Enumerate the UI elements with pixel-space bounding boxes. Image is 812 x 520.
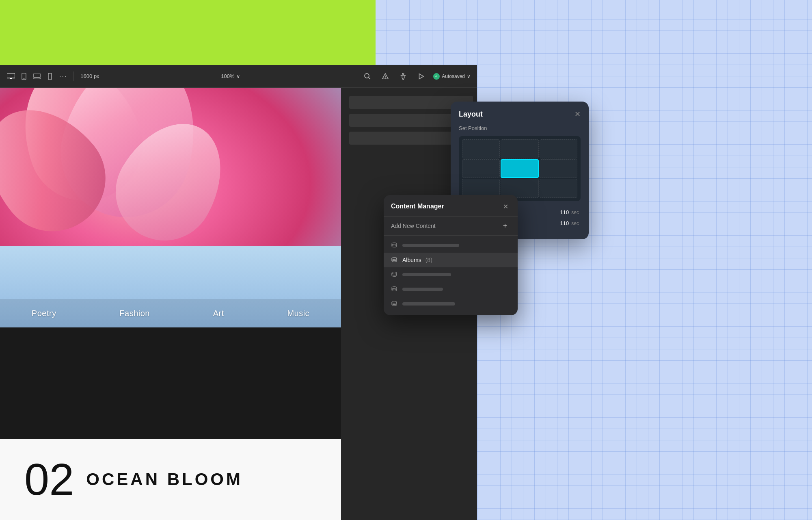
- database-icon: [391, 300, 398, 308]
- autosaved-checkmark: ✓: [433, 73, 440, 80]
- database-icon: [391, 242, 398, 249]
- toolbar-actions: ✓ Autosaved ∨: [362, 71, 471, 82]
- nav-fashion[interactable]: Fashion: [119, 309, 150, 318]
- content-item-bar: [402, 273, 451, 276]
- content-manager-panel: Content Manager ✕ Add New Content +: [384, 195, 518, 315]
- preview-button[interactable]: [415, 71, 427, 82]
- layout-header: Layout ✕: [459, 110, 581, 119]
- grid-cell-top-center[interactable]: [501, 139, 538, 158]
- set-position-label: Set Position: [459, 125, 581, 131]
- nav-music[interactable]: Music: [287, 309, 309, 318]
- database-icon: [391, 256, 398, 264]
- autosaved-badge[interactable]: ✓ Autosaved ∨: [433, 73, 471, 80]
- nav-poetry[interactable]: Poetry: [32, 309, 56, 318]
- offset-value-group-2: 110 sec: [560, 220, 579, 226]
- list-item[interactable]: [384, 282, 518, 297]
- grid-cell-top-right[interactable]: [540, 139, 577, 158]
- mobile-view-button[interactable]: [45, 73, 54, 80]
- offset-unit-1: sec: [571, 210, 579, 215]
- nav-art[interactable]: Art: [213, 309, 224, 318]
- svg-point-12: [402, 73, 404, 74]
- grid-cell-mid-right[interactable]: [540, 159, 577, 178]
- content-manager-close-button[interactable]: ✕: [501, 202, 510, 211]
- layout-close-button[interactable]: ✕: [574, 110, 581, 119]
- add-new-label: Add New Content: [391, 223, 436, 229]
- svg-rect-0: [7, 73, 15, 78]
- offset-value-1: 110: [560, 209, 569, 215]
- desktop-view-button[interactable]: [6, 73, 15, 80]
- offset-value-group-1: 110 sec: [560, 209, 579, 215]
- albums-count: (8): [425, 257, 432, 263]
- svg-point-18: [392, 301, 397, 303]
- svg-rect-2: [9, 79, 13, 79]
- albums-label: Albums: [402, 257, 421, 263]
- laptop-view-button[interactable]: [32, 73, 41, 80]
- svg-point-14: [392, 243, 397, 245]
- svg-rect-5: [34, 74, 40, 78]
- svg-rect-6: [48, 73, 52, 80]
- hero-section: Poetry Fashion Art Music: [0, 88, 341, 327]
- svg-line-9: [369, 77, 371, 79]
- warning-button[interactable]: [380, 71, 391, 82]
- svg-rect-7: [50, 74, 51, 74]
- list-item[interactable]: [384, 297, 518, 311]
- layout-title: Layout: [459, 110, 483, 119]
- zoom-control[interactable]: 100% ∨: [221, 73, 240, 79]
- search-button[interactable]: [362, 71, 373, 82]
- add-new-content-row[interactable]: Add New Content +: [384, 216, 518, 236]
- grid-cell-mid-left[interactable]: [462, 159, 500, 178]
- more-options-button[interactable]: ···: [59, 73, 67, 80]
- svg-point-4: [24, 78, 24, 79]
- green-accent-bar: [0, 0, 376, 68]
- add-content-button[interactable]: +: [500, 221, 510, 231]
- list-item[interactable]: [384, 267, 518, 282]
- svg-point-17: [392, 287, 397, 289]
- toolbar-divider-1: [73, 72, 74, 81]
- content-list: Albums (8): [384, 236, 518, 315]
- offset-unit-2: sec: [571, 221, 579, 226]
- toolbar-center: 100% ∨: [104, 73, 357, 79]
- accessibility-button[interactable]: [397, 71, 409, 82]
- svg-point-8: [365, 74, 369, 78]
- device-selector: [6, 73, 54, 80]
- grid-cell-bot-right[interactable]: [540, 179, 577, 198]
- toolbar: ··· 1600 px 100% ∨: [0, 65, 477, 88]
- album-title: OCEAN BLOOM: [86, 470, 243, 489]
- grid-cell-mid-center[interactable]: [501, 159, 538, 178]
- tablet-view-button[interactable]: [19, 73, 28, 80]
- offset-value-2: 110: [560, 220, 569, 226]
- content-manager-header: Content Manager ✕: [384, 195, 518, 216]
- database-icon: [391, 271, 398, 278]
- resolution-display: 1600 px: [80, 73, 99, 79]
- svg-point-11: [385, 78, 386, 78]
- list-item[interactable]: [384, 238, 518, 253]
- svg-point-15: [392, 258, 397, 260]
- position-grid: [459, 136, 581, 201]
- hero-background: [0, 88, 341, 327]
- content-item-bar: [402, 244, 459, 247]
- content-item-bar: [402, 302, 455, 306]
- album-number: 02: [24, 457, 74, 502]
- list-item-albums[interactable]: Albums (8): [384, 253, 518, 267]
- content-manager-title: Content Manager: [391, 203, 444, 210]
- database-icon: [391, 286, 398, 293]
- svg-rect-1: [10, 78, 12, 79]
- svg-marker-13: [419, 74, 424, 79]
- bottom-text-section: 02 OCEAN BLOOM: [0, 439, 341, 520]
- hero-nav: Poetry Fashion Art Music: [0, 299, 341, 327]
- grid-cell-top-left[interactable]: [462, 139, 500, 158]
- svg-point-16: [392, 272, 397, 274]
- content-item-bar: [402, 288, 443, 291]
